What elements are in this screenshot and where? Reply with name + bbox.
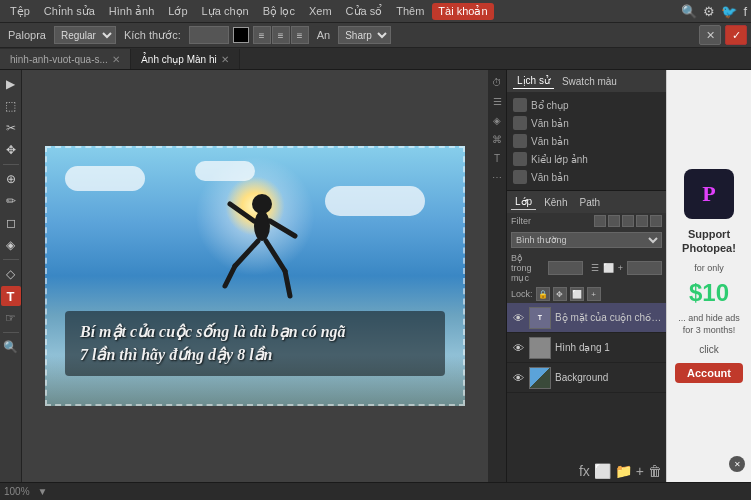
history-icon[interactable]: ⏱ [489, 74, 505, 90]
ad-price: $10 [689, 281, 729, 305]
cloud-1 [65, 166, 145, 191]
layers-tab[interactable]: Lớp [511, 194, 536, 210]
channels-icon[interactable]: ◈ [489, 112, 505, 128]
tool-eyedropper[interactable]: ⊕ [1, 169, 21, 189]
menu-them[interactable]: Thêm [390, 3, 430, 19]
tool-brush[interactable]: ✏ [1, 191, 21, 211]
filter-btn-5[interactable] [650, 215, 662, 227]
tool-lasso[interactable]: ✂ [1, 118, 21, 138]
twitter-icon[interactable]: 🐦 [721, 4, 737, 19]
gear-icon[interactable]: ⚙ [703, 4, 715, 19]
lock-btn-2[interactable]: ✥ [553, 287, 567, 301]
color-swatch[interactable] [233, 27, 249, 43]
ad-price-label: for only [694, 263, 724, 273]
delete-layer-btn[interactable]: 🗑 [648, 463, 662, 479]
lock-btn-4[interactable]: + [587, 287, 601, 301]
tab-1-close[interactable]: ✕ [221, 54, 229, 65]
swatch-tab[interactable]: Swatch màu [558, 74, 621, 89]
tool-text[interactable]: T [1, 286, 21, 306]
tool-zoom[interactable]: 🔍 [1, 337, 21, 357]
history-icon-2 [513, 134, 527, 148]
add-mask-btn[interactable]: ⬜ [594, 463, 611, 479]
menu-luachon[interactable]: Lựa chọn [196, 3, 255, 20]
add-style-btn[interactable]: fx [579, 463, 590, 479]
new-group-btn[interactable]: 📁 [615, 463, 632, 479]
svg-point-1 [254, 211, 270, 241]
tab-0-close[interactable]: ✕ [112, 54, 120, 65]
menu-xem[interactable]: Xem [303, 3, 338, 19]
history-tab[interactable]: Lịch sử [513, 73, 554, 89]
tool-separator-2 [3, 259, 19, 260]
filter-btn-3[interactable] [622, 215, 634, 227]
cancel-button[interactable]: ✕ [699, 25, 721, 45]
right-panels: Lịch sử Swatch màu Bổ chụp Văn bản Văn b… [506, 70, 666, 482]
menu-chinhsua[interactable]: Chỉnh sửa [38, 3, 101, 20]
lock-btn-3[interactable]: ⬜ [570, 287, 584, 301]
lock-label: Lock: [511, 289, 533, 299]
history-item-0[interactable]: Bổ chụp [511, 96, 662, 114]
ad-title: Support Photopea! [673, 227, 745, 256]
more-icon[interactable]: ⋯ [489, 169, 505, 185]
ad-account-button[interactable]: Account [675, 363, 743, 383]
menu-hinhanh[interactable]: Hình ảnh [103, 3, 161, 20]
layer-1-name: Hình dạng 1 [555, 342, 662, 353]
lock-btn-1[interactable]: 🔒 [536, 287, 550, 301]
layer-item-2[interactable]: 👁 Background [507, 363, 666, 393]
layer-2-name: Background [555, 372, 662, 383]
tool-path[interactable]: ☞ [1, 308, 21, 328]
history-icon-4 [513, 170, 527, 184]
tool-fill[interactable]: ◈ [1, 235, 21, 255]
align-left-btn[interactable]: ≡ [253, 26, 271, 44]
menu-tep[interactable]: Tệp [4, 3, 36, 20]
history-item-4[interactable]: Văn bản [511, 168, 662, 186]
facebook-icon[interactable]: f [743, 4, 747, 19]
tool-move[interactable]: ▶ [1, 74, 21, 94]
menu-boloc[interactable]: Bộ lọc [257, 3, 301, 20]
layer-item-0[interactable]: 👁 T Bộ mặt của cuộn chống tỏ I... [507, 303, 666, 333]
align-right-btn[interactable]: ≡ [291, 26, 309, 44]
tab-1[interactable]: Ảnh chụp Màn hi ✕ [131, 49, 240, 69]
tool-shape[interactable]: ◇ [1, 264, 21, 284]
filter-btn-4[interactable] [636, 215, 648, 227]
layer-1-thumb [529, 337, 551, 359]
opacity-input[interactable]: 100% [548, 261, 583, 275]
tool-eraser[interactable]: ◻ [1, 213, 21, 233]
new-layer-btn[interactable]: + [636, 463, 644, 479]
ad-close-circle[interactable]: ✕ [729, 456, 745, 472]
menu-lop[interactable]: Lớp [162, 3, 193, 20]
text-small-icon[interactable]: T [489, 150, 505, 166]
fill-input[interactable]: 100% [627, 261, 662, 275]
tool-selection[interactable]: ⬚ [1, 96, 21, 116]
confirm-button[interactable]: ✓ [725, 25, 747, 45]
svg-line-5 [225, 266, 235, 286]
layers-small-icon[interactable]: ☰ [489, 93, 505, 109]
history-item-3[interactable]: Kiểu lớp ảnh [511, 150, 662, 168]
filter-btn-2[interactable] [608, 215, 620, 227]
menu-cuaso[interactable]: Cửa sổ [340, 3, 389, 20]
history-item-1[interactable]: Văn bản [511, 114, 662, 132]
layer-2-vis[interactable]: 👁 [511, 371, 525, 385]
menu-taikhoan[interactable]: Tài khoản [432, 3, 493, 20]
font-size-input[interactable]: 52 px [189, 26, 229, 44]
path-icon[interactable]: ⌘ [489, 131, 505, 147]
channels-tab[interactable]: Kênh [540, 195, 571, 210]
options-bar: Palopra Regular Kích thước: 52 px ≡ ≡ ≡ … [0, 22, 751, 48]
layer-1-vis[interactable]: 👁 [511, 341, 525, 355]
layers-bottom: fx ⬜ 📁 + 🗑 [507, 460, 666, 482]
blend-mode-select[interactable]: Bình thường [511, 232, 662, 248]
tool-crop[interactable]: ✥ [1, 140, 21, 160]
sharpen-select[interactable]: Sharp [338, 26, 391, 44]
layer-0-name: Bộ mặt của cuộn chống tỏ I... [555, 312, 662, 323]
align-center-btn[interactable]: ≡ [272, 26, 290, 44]
path-tab[interactable]: Path [575, 195, 604, 210]
filter-btn-1[interactable] [594, 215, 606, 227]
tab-0[interactable]: hinh-anh-vuot-qua-s... ✕ [0, 49, 131, 69]
font-style-select[interactable]: Regular [54, 26, 116, 44]
ad-logo: P [684, 169, 734, 219]
opacity-row: Bộ trong mục 100% ☰ ⬜ + 100% [507, 251, 666, 285]
history-item-2[interactable]: Văn bản [511, 132, 662, 150]
layer-item-1[interactable]: 👁 Hình dạng 1 [507, 333, 666, 363]
layer-0-vis[interactable]: 👁 [511, 311, 525, 325]
search-icon[interactable]: 🔍 [681, 4, 697, 19]
an-label: An [313, 29, 334, 41]
